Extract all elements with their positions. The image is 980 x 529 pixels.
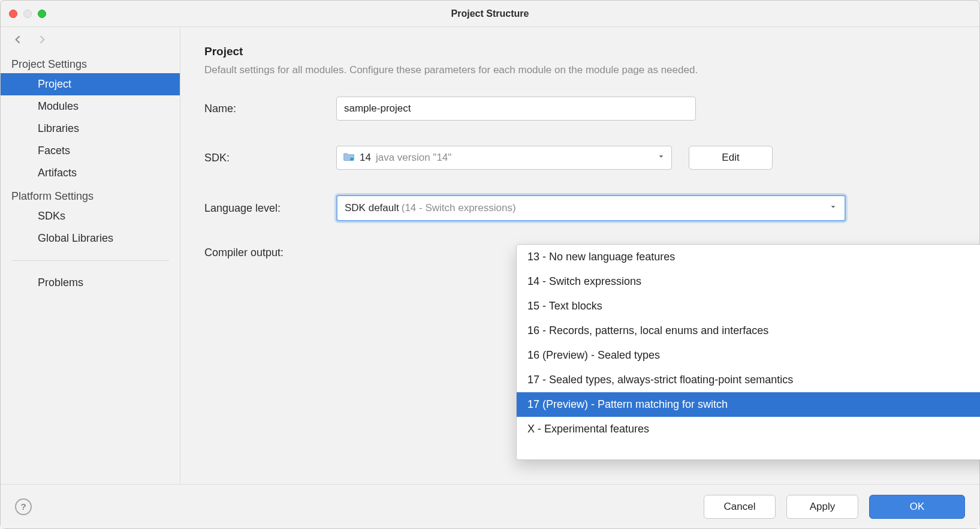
- forward-arrow-icon: [35, 33, 49, 46]
- dialog-footer: ? Cancel Apply OK: [1, 484, 979, 528]
- edit-sdk-button[interactable]: Edit: [689, 146, 773, 170]
- sidebar-item-artifacts[interactable]: Artifacts: [1, 162, 180, 184]
- language-level-select[interactable]: SDK default (14 - Switch expressions): [336, 195, 846, 221]
- language-level-hint: (14 - Switch expressions): [402, 202, 516, 214]
- back-arrow-icon[interactable]: [11, 33, 25, 46]
- compiler-output-label: Compiler output:: [204, 247, 336, 259]
- sidebar-item-global-libraries[interactable]: Global Libraries: [1, 227, 180, 250]
- maximize-window-button[interactable]: [38, 10, 46, 18]
- sidebar-item-problems[interactable]: Problems: [1, 272, 180, 294]
- page-description: Default settings for all modules. Config…: [204, 64, 955, 76]
- window-title: Project Structure: [1, 8, 979, 19]
- project-structure-window: Project Structure Project Settings Proje…: [0, 0, 980, 529]
- language-level-row: Language level: SDK default (14 - Switch…: [204, 195, 955, 221]
- apply-button[interactable]: Apply: [786, 495, 858, 519]
- sdk-select[interactable]: 14 java version "14": [336, 146, 672, 170]
- sidebar-separator: [11, 260, 169, 261]
- project-name-input[interactable]: [336, 97, 696, 121]
- dropdown-option[interactable]: 13 - No new language features: [517, 245, 980, 269]
- language-level-dropdown: 13 - No new language features 14 - Switc…: [516, 244, 980, 460]
- sidebar-item-sdks[interactable]: SDKs: [1, 205, 180, 227]
- sdk-row: SDK: 14 java version "14" Edit: [204, 146, 955, 170]
- sidebar-group-project-settings: Project Settings: [1, 52, 180, 73]
- sidebar-item-project[interactable]: Project: [1, 73, 180, 95]
- dropdown-option[interactable]: 14 - Switch expressions: [517, 269, 980, 294]
- dropdown-option-highlighted[interactable]: 17 (Preview) - Pattern matching for swit…: [517, 392, 980, 417]
- main-panel: Project Default settings for all modules…: [180, 27, 979, 484]
- minimize-window-button[interactable]: [23, 10, 32, 18]
- sdk-version-text: java version "14": [376, 152, 451, 164]
- close-window-button[interactable]: [9, 10, 17, 18]
- name-label: Name:: [204, 103, 336, 115]
- dropdown-option[interactable]: 17 - Sealed types, always-strict floatin…: [517, 368, 980, 392]
- sdk-value: 14: [360, 152, 371, 164]
- dropdown-option[interactable]: 16 - Records, patterns, local enums and …: [517, 318, 980, 343]
- dropdown-option[interactable]: 16 (Preview) - Sealed types: [517, 343, 980, 368]
- sidebar-item-modules[interactable]: Modules: [1, 95, 180, 118]
- ok-button[interactable]: OK: [869, 495, 965, 519]
- dropdown-option[interactable]: 15 - Text blocks: [517, 294, 980, 318]
- history-nav: [1, 27, 180, 52]
- sdk-label: SDK:: [204, 152, 336, 164]
- sidebar: Project Settings Project Modules Librari…: [1, 27, 180, 484]
- titlebar: Project Structure: [1, 1, 979, 27]
- chevron-down-icon: [657, 152, 665, 164]
- chevron-down-icon: [829, 202, 837, 214]
- dropdown-option[interactable]: X - Experimental features: [517, 417, 980, 441]
- folder-icon: [343, 151, 355, 165]
- dialog-body: Project Settings Project Modules Librari…: [1, 27, 979, 484]
- window-controls: [9, 10, 46, 18]
- sidebar-group-platform-settings: Platform Settings: [1, 184, 180, 205]
- language-level-value: SDK default: [345, 202, 399, 214]
- sidebar-item-facets[interactable]: Facets: [1, 140, 180, 162]
- name-row: Name:: [204, 97, 955, 121]
- svg-point-0: [350, 157, 353, 160]
- language-level-label: Language level:: [204, 202, 336, 215]
- cancel-button[interactable]: Cancel: [704, 495, 776, 519]
- help-button[interactable]: ?: [15, 498, 32, 515]
- page-title: Project: [204, 45, 955, 58]
- sidebar-item-libraries[interactable]: Libraries: [1, 118, 180, 140]
